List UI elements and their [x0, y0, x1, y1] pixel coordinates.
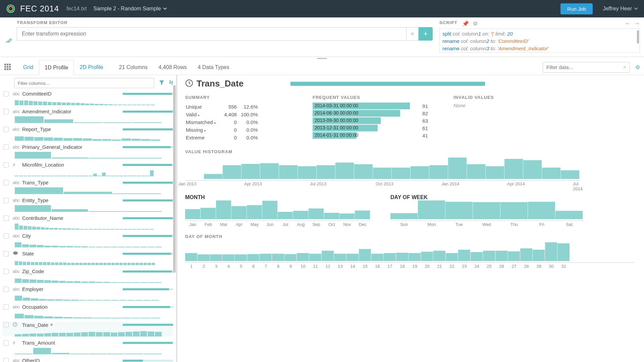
column-item-city[interactable]: abcCity [3, 233, 173, 247]
tab-2d-profile[interactable]: 2D Profile [74, 60, 109, 75]
column-checkbox[interactable] [3, 287, 9, 292]
column-type-icon: abc [13, 127, 22, 132]
svg-rect-6 [7, 66, 8, 68]
column-checkbox[interactable] [3, 304, 9, 310]
column-item-contributor_name[interactable]: abcContributor_Name [3, 215, 173, 230]
tab-grid[interactable]: Grid [17, 60, 39, 75]
add-transform-button[interactable]: + [419, 27, 433, 41]
script-pin-icon[interactable]: 📌 [462, 20, 469, 27]
day-of-week-chart[interactable] [390, 200, 583, 219]
column-type-icon: abc [13, 269, 22, 274]
column-name: Trans_Type [22, 180, 49, 185]
column-checkbox[interactable] [3, 162, 9, 168]
frequent-value-row[interactable]: 2014-03-31 00:00:0091 [313, 103, 433, 109]
month-chart[interactable] [185, 200, 370, 219]
column-sparkline [15, 240, 173, 247]
column-type-icon: abc [13, 109, 22, 114]
sample-dropdown[interactable]: Sample 2 - Random Sample [94, 6, 167, 12]
column-checkbox[interactable] [3, 127, 9, 132]
day-of-week-axis: SunMonTueWedThuFriSat [390, 221, 583, 227]
filter-columns-input[interactable] [18, 81, 151, 86]
column-item-primary_general_indicator[interactable]: abcPrimary_General_Indicator [3, 144, 173, 159]
frequent-value-row[interactable]: 2013-09-30 00:00:0063 [313, 117, 433, 124]
column-item-zip_code[interactable]: abcZip_Code [3, 268, 173, 283]
frequent-value-row[interactable]: 2014-06-30 00:00:0082 [313, 110, 433, 117]
user-menu[interactable]: Jeffrey Heer [603, 6, 638, 12]
user-name: Jeffrey Heer [603, 6, 632, 12]
column-item-committeeid[interactable]: abcCommitteeID [3, 91, 173, 105]
column-item-entity_type[interactable]: abcEntity_Type [3, 197, 173, 212]
column-item-employer[interactable]: abcEmployer [3, 286, 173, 301]
script-prev-button[interactable]: ← [625, 20, 631, 27]
column-checkbox[interactable] [3, 180, 9, 185]
sidebar-scrollbar[interactable] [173, 85, 176, 273]
column-quality-bar [123, 306, 173, 308]
svg-rect-5 [4, 66, 6, 68]
column-name: City [22, 233, 31, 239]
column-quality-bar [123, 342, 173, 344]
run-job-button[interactable]: Run Job [560, 3, 593, 14]
column-item-state[interactable]: State [3, 251, 173, 265]
column-checkbox[interactable] [3, 358, 9, 362]
top-bar: FEC 2014 fec14.txt Sample 2 - Random Sam… [0, 0, 644, 17]
column-quality-bar [123, 146, 173, 148]
column-item-trans_date[interactable]: Trans_Date▾ [3, 322, 173, 337]
column-quality-bar [123, 164, 173, 166]
column-quality-bar [123, 360, 173, 362]
column-item-otherid[interactable]: abcOtherID [3, 358, 173, 362]
filter-data-input[interactable] [546, 64, 623, 70]
frequent-value-row[interactable]: 2013-12-31 00:00:0061 [313, 125, 433, 131]
value-histogram-chart[interactable] [185, 158, 635, 179]
day-of-month-chart[interactable] [185, 242, 635, 261]
column-checkbox[interactable] [3, 144, 9, 150]
app-logo-icon [6, 4, 15, 13]
script-label: SCRIPT [439, 20, 458, 25]
column-checkbox[interactable] [3, 198, 9, 203]
column-quality-bar [123, 324, 173, 326]
script-box[interactable]: split col: column1 on: '|' limit: 20rena… [439, 28, 640, 53]
file-name[interactable]: fec14.txt [66, 6, 87, 12]
column-checkbox[interactable] [3, 269, 9, 274]
column-item-report_type[interactable]: abcReport_Type [3, 126, 173, 141]
column-checkbox[interactable] [3, 322, 9, 327]
column-checkbox[interactable] [3, 109, 9, 114]
column-checkbox[interactable] [3, 233, 9, 239]
panel-resize-handle[interactable] [0, 57, 644, 60]
script-next-button[interactable]: → [634, 20, 640, 27]
tab-1d-profile[interactable]: 1D Profile [39, 60, 74, 75]
scrollbar-thumb[interactable] [637, 30, 639, 44]
column-type-icon: abc [13, 144, 22, 149]
editor-row: TRANSFORM EDITOR × + SCRIPT 📌 ⚙ ← → spli… [0, 17, 644, 57]
filter-icon[interactable] [159, 80, 164, 86]
script-gear-icon[interactable]: ⚙ [473, 20, 478, 27]
column-item-occupation[interactable]: abcOccupation [3, 304, 173, 318]
column-item-trans_amount[interactable]: #Trans_Amount [3, 340, 173, 354]
column-quality-bar [123, 93, 173, 95]
column-item-microfilm_location[interactable]: #Microfilm_Location [3, 162, 173, 176]
column-checkbox[interactable] [3, 251, 9, 256]
column-quality-bar [123, 253, 173, 255]
clear-expression-button[interactable]: × [407, 27, 419, 41]
svg-rect-7 [9, 66, 11, 68]
settings-gear-icon[interactable]: ⚙ [635, 64, 640, 70]
column-checkbox[interactable] [3, 91, 9, 97]
frequent-value-row[interactable]: 2014-01-31 00:00:0041 [313, 132, 433, 139]
column-sparkline [15, 347, 173, 354]
column-sparkline [15, 293, 173, 301]
column-sparkline [15, 311, 173, 318]
transform-expression-input[interactable] [17, 27, 407, 41]
column-checkbox[interactable] [3, 216, 9, 221]
summary-heading: SUMMARY [185, 95, 292, 100]
wrench-icon[interactable] [4, 29, 13, 53]
column-sparkline [15, 133, 173, 141]
column-checkbox[interactable] [3, 340, 9, 346]
column-sparkline [15, 204, 173, 212]
column-item-amendment_indicator[interactable]: abcAmendment_Indicator [3, 109, 173, 123]
clear-filter-icon[interactable]: × [623, 64, 626, 70]
column-name: Occupation [22, 304, 48, 310]
grid-toggle-icon[interactable] [4, 63, 11, 71]
sort-icon[interactable] [169, 80, 173, 86]
column-name: Amendment_Indicator [22, 109, 71, 114]
column-item-trans_type[interactable]: abcTrans_Type [3, 180, 173, 194]
chevron-down-icon[interactable]: ▾ [50, 322, 53, 328]
